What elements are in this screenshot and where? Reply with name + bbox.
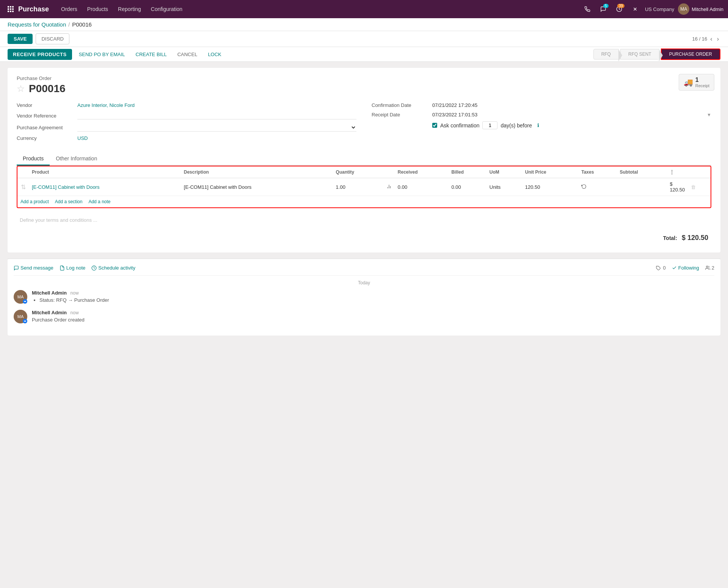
breadcrumb-parent[interactable]: Requests for Quotation bbox=[8, 21, 66, 28]
confirmation-date-value: 07/21/2022 17:20:45 bbox=[432, 102, 711, 108]
svg-rect-3 bbox=[8, 8, 9, 10]
add-section-link[interactable]: Add a section bbox=[55, 199, 83, 204]
row-drag-handle[interactable]: ⇅ bbox=[17, 178, 29, 196]
pipeline-purchase-order[interactable]: PURCHASE ORDER bbox=[661, 49, 720, 60]
clock-icon-btn[interactable]: 39 bbox=[613, 3, 625, 15]
currency-value[interactable]: USD bbox=[77, 135, 356, 141]
prev-page-button[interactable]: ‹ bbox=[709, 35, 714, 43]
row-quantity[interactable]: 1.00 bbox=[333, 178, 383, 196]
ask-confirmation-info-icon: ℹ bbox=[537, 122, 539, 128]
menu-orders[interactable]: Orders bbox=[56, 4, 82, 14]
receipt-truck-icon: 🚚 bbox=[684, 78, 693, 87]
menu-configuration[interactable]: Configuration bbox=[146, 4, 187, 14]
form-fields: Vendor Azure Interior, Nicole Ford Vendo… bbox=[17, 102, 711, 145]
msg-avatar: MA bbox=[14, 310, 27, 323]
msg-content: Mitchell Admin now Purchase Order create… bbox=[32, 310, 714, 323]
msg-body: Status: RFQ → Purchase Order bbox=[32, 297, 714, 303]
svg-rect-6 bbox=[8, 11, 9, 12]
vendor-row: Vendor Azure Interior, Nicole Ford bbox=[17, 102, 356, 108]
col-drag bbox=[17, 166, 29, 178]
breadcrumb: Requests for Quotation / P00016 bbox=[0, 18, 728, 31]
purchase-agreement-row: Purchase Agreement bbox=[17, 123, 356, 132]
pagination: 16 / 16 ‹ › bbox=[692, 35, 720, 43]
next-page-button[interactable]: › bbox=[715, 35, 720, 43]
receipt-count: 1 bbox=[695, 77, 699, 83]
col-taxes: Taxes bbox=[578, 166, 617, 178]
po-number: P00016 bbox=[29, 83, 66, 95]
msg-status-item: Status: RFQ → Purchase Order bbox=[39, 297, 714, 303]
purchase-agreement-select[interactable] bbox=[77, 123, 356, 132]
phone-icon-btn[interactable] bbox=[581, 3, 593, 15]
ask-confirmation-checkbox[interactable] bbox=[432, 123, 437, 128]
row-reset-icon[interactable] bbox=[578, 178, 617, 196]
receipt-date-value[interactable]: 07/23/2022 17:01:53 bbox=[432, 112, 705, 118]
receipt-date-label: Receipt Date bbox=[372, 112, 432, 118]
col-description: Description bbox=[181, 166, 333, 178]
add-note-link[interactable]: Add a note bbox=[88, 199, 110, 204]
tab-products[interactable]: Products bbox=[17, 152, 50, 166]
form-col-left: Vendor Azure Interior, Nicole Ford Vendo… bbox=[17, 102, 356, 145]
user-avatar: MA bbox=[678, 3, 689, 15]
row-product[interactable]: [E-COM11] Cabinet with Doors bbox=[29, 178, 181, 196]
receipt-date-dropdown-icon: ▼ bbox=[707, 112, 711, 118]
svg-rect-7 bbox=[10, 11, 11, 12]
schedule-activity-button[interactable]: Schedule activity bbox=[91, 265, 135, 271]
col-subtotal: Subtotal bbox=[617, 166, 667, 178]
row-unit-price[interactable]: 120.50 bbox=[522, 178, 578, 196]
form-card: 🚚 1 Receipt Purchase Order ☆ P00016 Vend… bbox=[8, 68, 720, 252]
app-brand[interactable]: Purchase bbox=[18, 5, 49, 13]
svg-rect-5 bbox=[12, 8, 14, 10]
user-menu[interactable]: MA Mitchell Admin bbox=[678, 3, 723, 15]
chatter-actions: Send message Log note Schedule activity … bbox=[14, 265, 714, 276]
close-icon-btn[interactable] bbox=[629, 3, 641, 15]
chat-icon-btn[interactable]: 5 bbox=[597, 3, 609, 15]
products-table: Product Description Quantity Received Bi… bbox=[17, 166, 711, 196]
top-navigation: Purchase Orders Products Reporting Confi… bbox=[0, 0, 728, 18]
people-count-button[interactable]: 2 bbox=[705, 265, 714, 271]
following-button[interactable]: Following bbox=[672, 265, 699, 271]
col-chart bbox=[383, 166, 395, 178]
msg-body: Purchase Order created bbox=[32, 317, 714, 323]
terms-area[interactable]: Define your terms and conditions ... bbox=[17, 214, 711, 229]
main-content: 🚚 1 Receipt Purchase Order ☆ P00016 Vend… bbox=[0, 62, 728, 259]
send-message-button[interactable]: Send message bbox=[14, 265, 53, 271]
col-unit-price: Unit Price bbox=[522, 166, 578, 178]
create-bill-button[interactable]: CREATE BILL bbox=[132, 49, 171, 60]
pipeline-rfq[interactable]: RFQ bbox=[593, 49, 619, 60]
favorite-star-icon[interactable]: ☆ bbox=[17, 83, 25, 94]
ask-confirmation-label: Ask confirmation bbox=[440, 122, 479, 129]
tab-other-information[interactable]: Other Information bbox=[50, 152, 103, 166]
receive-products-button[interactable]: RECEIVE PRODUCTS bbox=[8, 49, 72, 60]
ask-confirmation-days-input[interactable] bbox=[482, 121, 497, 129]
lock-button[interactable]: LOCK bbox=[204, 49, 225, 60]
col-quantity: Quantity bbox=[333, 166, 383, 178]
row-chart-icon[interactable] bbox=[383, 178, 395, 196]
svg-rect-1 bbox=[10, 6, 11, 8]
row-delete-icon[interactable]: 🗑 bbox=[688, 178, 711, 196]
total-row: Total: $ 120.50 bbox=[17, 232, 711, 243]
discard-button[interactable]: DISCARD bbox=[36, 33, 69, 44]
cancel-button[interactable]: CANCEL bbox=[174, 49, 201, 60]
table-row: ⇅ [E-COM11] Cabinet with Doors [E-COM11]… bbox=[17, 178, 711, 196]
row-description[interactable]: [E-COM11] Cabinet with Doors bbox=[181, 178, 333, 196]
avatar-platform-badge bbox=[23, 299, 27, 304]
tags-count: 0 bbox=[656, 265, 666, 271]
send-po-by-email-button[interactable]: SEND PO BY EMAIL bbox=[75, 49, 129, 60]
save-button[interactable]: SAVE bbox=[8, 34, 33, 44]
app-grid-icon[interactable] bbox=[5, 3, 17, 15]
receipt-badge[interactable]: 🚚 1 Receipt bbox=[679, 74, 714, 91]
row-uom[interactable]: Units bbox=[486, 178, 522, 196]
log-note-button[interactable]: Log note bbox=[60, 265, 86, 271]
menu-reporting[interactable]: Reporting bbox=[113, 4, 146, 14]
vendor-value[interactable]: Azure Interior, Nicole Ford bbox=[77, 102, 356, 108]
row-received: 0.00 bbox=[395, 178, 449, 196]
add-product-link[interactable]: Add a product bbox=[20, 199, 49, 204]
pipeline-rfq-sent[interactable]: RFQ SENT bbox=[620, 49, 659, 60]
svg-rect-4 bbox=[10, 8, 11, 10]
col-received: Received bbox=[395, 166, 449, 178]
row-taxes[interactable] bbox=[617, 178, 667, 196]
avatar-platform-badge bbox=[23, 319, 27, 323]
menu-products[interactable]: Products bbox=[83, 4, 113, 14]
msg-author: Mitchell Admin bbox=[32, 290, 67, 296]
vendor-ref-input[interactable] bbox=[77, 112, 356, 119]
